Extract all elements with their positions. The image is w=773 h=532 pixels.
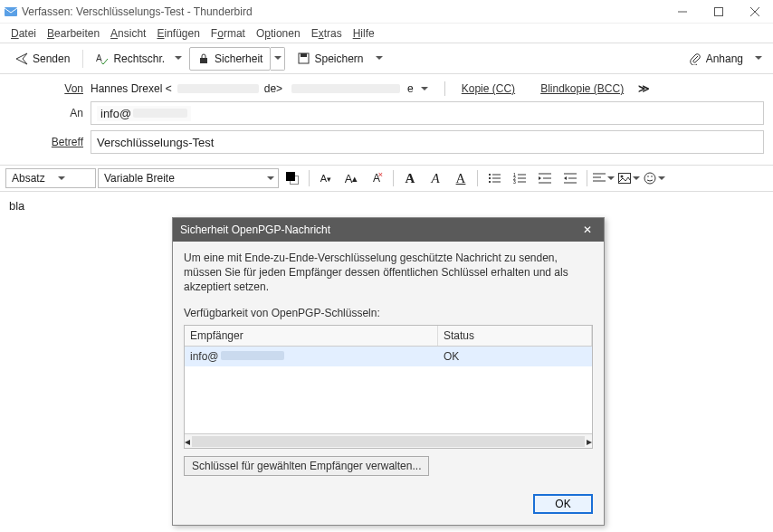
spelling-button[interactable]: A Rechtschr. [88,47,171,71]
from-value-name: Hannes Drexel < [91,82,172,95]
lock-icon [197,52,210,65]
scroll-right-icon[interactable]: ▸ [587,434,592,449]
svg-point-34 [651,176,653,177]
send-button[interactable]: Senden [7,47,78,71]
spelling-label: Rechtschr. [113,52,165,65]
svg-point-9 [489,174,491,176]
subject-label: Betreff [9,136,91,148]
table-empty-area [185,366,592,433]
font-select[interactable]: Variable Breite [98,168,279,188]
align-button[interactable] [592,168,616,188]
menu-format[interactable]: Format [205,25,251,42]
send-label: Senden [33,52,70,65]
scroll-left-icon[interactable]: ◂ [185,434,190,449]
message-body[interactable]: bla [0,192,773,220]
openpgp-dialog: Sicherheit OpenPGP-Nachricht ✕ Um eine m… [172,217,605,526]
bullet-list-button[interactable] [482,168,506,188]
security-button[interactable]: Sicherheit [189,47,271,71]
from-redacted [177,84,259,93]
availability-label: Verfügbarkeit von OpenPGP-Schlüsseln: [184,306,593,320]
cc-button[interactable]: Kopie (CC) [460,82,517,95]
from-redacted2 [291,84,400,93]
col-status[interactable]: Status [438,326,592,346]
spelling-icon: A [96,52,109,65]
dialog-description: Um eine mit Ende-zu-Ende-Verschlüsselung… [184,251,593,295]
security-dropdown[interactable] [271,47,285,71]
bold-button[interactable]: A [398,168,422,188]
italic-button[interactable]: A [424,168,447,188]
window-title: Verfassen: Verschlüsselungs-Test - Thund… [22,5,664,18]
paperclip-icon [689,52,701,65]
minimize-button[interactable] [664,0,701,24]
from-dropdown[interactable] [419,84,430,94]
svg-rect-2 [715,7,723,15]
color-button[interactable] [281,168,304,188]
to-input[interactable]: info@ [91,101,764,125]
menu-insert[interactable]: Einfügen [151,25,205,42]
font-larger-button[interactable]: A▴ [339,168,363,188]
dialog-title: Sicherheit OpenPGP-Nachricht [180,223,330,236]
font-smaller-button[interactable]: A▾ [314,168,338,188]
maximize-button[interactable] [701,0,737,24]
number-list-button[interactable]: 123 [508,168,531,188]
attach-dropdown[interactable] [751,47,766,71]
send-icon [15,52,28,65]
menubar: Ddocument.currentScript.previousElementS… [0,24,773,43]
svg-rect-0 [5,7,17,16]
menu-view[interactable]: Ansicht [105,25,151,42]
to-pill[interactable]: info@ [97,106,191,121]
svg-text:3: 3 [513,179,516,185]
to-label: An [9,107,91,119]
dialog-titlebar[interactable]: Sicherheit OpenPGP-Nachricht ✕ [173,218,604,242]
menu-options[interactable]: Optionen [251,25,306,42]
manage-keys-button[interactable]: Schlüssel für gewählten Empfänger verwal… [184,456,429,476]
svg-point-11 [489,177,491,179]
save-icon [297,52,310,65]
ok-button[interactable]: OK [533,494,593,514]
menu-edit[interactable]: Bearbeiten [42,25,105,42]
app-icon [4,5,18,19]
svg-rect-8 [301,53,307,57]
menu-help[interactable]: Hilfe [348,25,380,42]
from-value-tail: de> [264,82,282,95]
svg-point-33 [647,176,649,177]
clear-format-button[interactable]: A× [365,168,388,188]
from-label[interactable]: Von [9,82,91,95]
spelling-dropdown[interactable] [171,47,186,71]
key-table: Empfänger Status info@ OK ◂ ▸ [184,325,593,449]
table-row[interactable]: info@ OK [185,347,592,366]
col-recipient[interactable]: Empfänger [185,326,438,346]
save-dropdown[interactable] [372,47,386,71]
svg-point-13 [489,181,491,183]
security-label: Sicherheit [215,52,262,65]
svg-point-31 [621,176,624,178]
dialog-close-button[interactable]: ✕ [578,223,596,236]
h-scrollbar[interactable]: ◂ ▸ [185,433,592,448]
more-headers-icon[interactable]: ≫ [638,82,650,95]
attach-label: Anhang [706,52,743,65]
bcc-button[interactable]: Blindkopie (BCC) [539,82,625,95]
svg-point-32 [644,173,655,184]
separator [82,50,83,68]
attach-button[interactable]: Anhang [681,47,751,71]
underline-button[interactable]: A [449,168,472,188]
insert-image-button[interactable] [617,168,641,188]
menu-extras[interactable]: Extras [306,25,348,42]
svg-rect-6 [200,58,207,63]
indent-button[interactable] [558,168,582,188]
save-button[interactable]: Speichern [289,47,371,71]
header-fields: Von Hannes Drexel < de> e Kopie (CC) Bli… [0,74,773,165]
outdent-button[interactable] [533,168,557,188]
menu-file[interactable]: Ddocument.currentScript.previousElementS… [5,25,42,42]
svg-text:A: A [96,53,102,63]
close-button[interactable] [737,0,773,24]
paragraph-select[interactable]: Absatz [5,168,96,188]
subject-input[interactable]: Verschlüsselungs-Test [91,130,764,154]
format-toolbar: Absatz Variable Breite A▾ A▴ A× A A A 12… [0,165,773,192]
save-label: Speichern [314,52,363,65]
toolbar: Senden A Rechtschr. Sicherheit Speichern… [0,43,773,74]
emoji-button[interactable] [643,168,666,188]
